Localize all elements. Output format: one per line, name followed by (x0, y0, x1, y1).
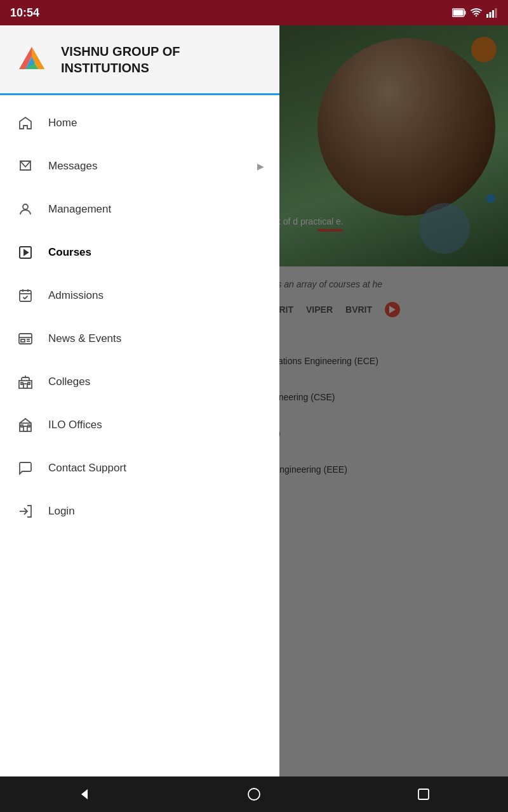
svg-rect-21 (21, 339, 25, 342)
home-icon (15, 113, 36, 133)
ilo-icon (15, 415, 36, 435)
wifi-icon (470, 8, 483, 18)
nav-label-management: Management (48, 203, 264, 216)
nav-item-ilo-offices[interactable]: ILO Offices (0, 403, 279, 447)
recent-apps-button[interactable] (404, 782, 443, 807)
bottom-nav (0, 776, 508, 812)
drawer-nav: Home Messages ▶ (0, 95, 279, 812)
app-logo (13, 41, 51, 79)
main-content: mix of d practical e. fers an array of c… (0, 25, 508, 812)
drawer-title: VISHNU GROUP OF INSTITUTIONS (61, 43, 267, 76)
nav-label-colleges: Colleges (48, 376, 264, 388)
svg-rect-31 (23, 426, 27, 431)
status-time: 10:54 (10, 6, 39, 20)
nav-label-courses: Courses (48, 246, 264, 259)
svg-point-36 (248, 789, 260, 800)
status-icons (452, 8, 498, 18)
signal-icon (486, 8, 498, 18)
nav-item-contact-support[interactable]: Contact Support (0, 447, 279, 490)
messages-icon (15, 156, 36, 176)
nav-label-messages: Messages (48, 160, 257, 173)
svg-rect-2 (453, 10, 464, 16)
login-icon (15, 501, 36, 521)
nav-item-login[interactable]: Login (0, 490, 279, 533)
nav-item-courses[interactable]: Courses (0, 231, 279, 274)
svg-rect-33 (28, 425, 30, 427)
management-icon (15, 199, 36, 219)
battery-icon (452, 8, 466, 17)
navigation-drawer: VISHNU GROUP OF INSTITUTIONS Home (0, 25, 279, 812)
news-icon (15, 329, 36, 349)
svg-rect-29 (28, 383, 30, 384)
courses-icon (15, 242, 36, 263)
contact-icon (15, 458, 36, 478)
svg-rect-5 (492, 10, 494, 18)
colleges-icon (15, 372, 36, 392)
nav-item-home[interactable]: Home (0, 102, 279, 145)
svg-rect-1 (465, 11, 466, 15)
nav-label-admissions: Admissions (48, 289, 264, 302)
svg-marker-14 (24, 250, 28, 255)
nav-label-home: Home (48, 117, 264, 129)
svg-rect-15 (20, 291, 31, 301)
svg-rect-25 (23, 384, 27, 388)
home-button[interactable] (235, 782, 273, 807)
svg-rect-37 (418, 789, 429, 799)
drawer-header: VISHNU GROUP OF INSTITUTIONS (0, 25, 279, 95)
svg-marker-35 (81, 789, 88, 799)
nav-label-ilo-offices: ILO Offices (48, 419, 264, 431)
nav-item-admissions[interactable]: Admissions (0, 274, 279, 317)
overlay (279, 25, 508, 812)
nav-label-contact-support: Contact Support (48, 462, 264, 475)
nav-label-news-events: News & Events (48, 332, 264, 345)
svg-rect-28 (21, 383, 23, 384)
svg-rect-6 (495, 8, 497, 18)
nav-item-management[interactable]: Management (0, 188, 279, 231)
nav-item-messages[interactable]: Messages ▶ (0, 145, 279, 188)
messages-arrow: ▶ (257, 161, 264, 171)
status-bar: 10:54 (0, 0, 508, 25)
nav-label-login: Login (48, 505, 264, 518)
admissions-icon (15, 285, 36, 306)
svg-rect-32 (21, 425, 23, 427)
nav-item-colleges[interactable]: Colleges (0, 360, 279, 403)
svg-rect-4 (490, 12, 491, 18)
logo-container (13, 41, 51, 79)
back-button[interactable] (65, 782, 104, 807)
svg-rect-3 (486, 14, 488, 18)
nav-item-news-events[interactable]: News & Events (0, 317, 279, 360)
svg-point-12 (23, 204, 28, 209)
